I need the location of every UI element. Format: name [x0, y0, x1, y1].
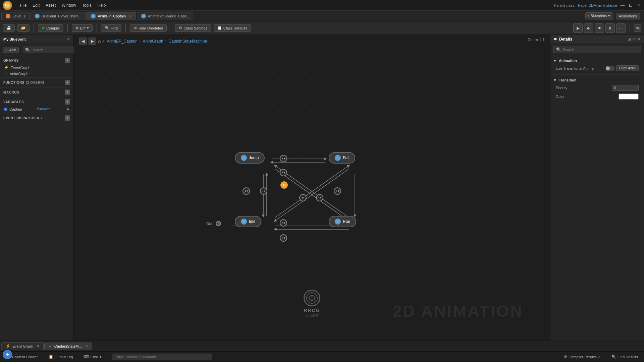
event-dispatchers-section[interactable]: EVENT DISPATCHERS +	[0, 114, 73, 122]
anim-graph-item[interactable]: ↔ AnimGraph	[0, 71, 73, 77]
menu-file[interactable]: File	[17, 2, 29, 8]
menu-tools[interactable]: Tools	[79, 2, 94, 8]
jump-node[interactable]: ↔ Jump	[235, 152, 265, 164]
use-transitional-toggle[interactable]	[605, 66, 615, 71]
open-button[interactable]: 📂	[17, 24, 30, 32]
tab-icon-animbp	[91, 14, 96, 18]
find-results-tab[interactable]: 🔍 Find Results	[608, 354, 641, 360]
color-swatch[interactable]	[619, 94, 639, 100]
graphs-section[interactable]: GRAPHS +	[0, 56, 73, 64]
macros-section[interactable]: MACROS +	[0, 88, 73, 96]
add-variable-button[interactable]: +	[65, 99, 70, 105]
captain-variable[interactable]: Captain Blueprint ▶	[0, 106, 73, 112]
menu-asset[interactable]: Asset	[43, 2, 58, 8]
left-search-input[interactable]	[32, 48, 78, 52]
hide-unrelated-button[interactable]: 👁 Hide Unrelated	[130, 24, 167, 32]
transition-node-t9[interactable]	[280, 219, 287, 227]
plus-icon: +	[6, 48, 8, 52]
add-graph-button[interactable]: +	[65, 58, 70, 63]
transition-node-t4[interactable]	[260, 187, 267, 195]
step-button[interactable]: ⏭	[584, 23, 593, 33]
close-event-graph-tab[interactable]: ✕	[37, 344, 39, 348]
add-macro-button[interactable]: +	[65, 89, 70, 95]
tab-animbp-captain[interactable]: AnimBP_Captain ✕	[87, 12, 136, 20]
toggle-thumb	[606, 66, 610, 70]
color-row: Color	[553, 92, 641, 101]
close-captain-state-tab[interactable]: ✕	[85, 344, 88, 348]
tab-captain-state-label: CaptainStateM...	[54, 344, 82, 348]
details-title: Details	[559, 37, 572, 42]
menu-window[interactable]: Window	[59, 2, 79, 8]
tab-event-graph[interactable]: ⚡ Event Graph ✕	[1, 342, 44, 350]
tab-bar: Level_1 Blueprint_PlayerChara... AnimBP_…	[0, 11, 644, 21]
close-left-panel[interactable]: ✕	[67, 37, 70, 42]
priority-input[interactable]	[612, 85, 639, 91]
idle-node[interactable]: ↔ Idle	[235, 216, 261, 227]
minimize-button[interactable]: —	[620, 3, 625, 8]
console-input[interactable]	[112, 354, 212, 360]
close-tab-animbp[interactable]: ✕	[129, 14, 132, 18]
event-graph-item[interactable]: ⚡ EventGraph	[0, 64, 73, 71]
nav-back[interactable]: ◀	[79, 38, 87, 45]
menu-edit[interactable]: Edit	[30, 2, 42, 8]
transition-node-t10[interactable]	[280, 234, 287, 242]
play-button[interactable]: ▶	[573, 23, 583, 33]
blueprints-button[interactable]: ▪ Blueprints ▾	[585, 12, 613, 19]
breadcrumb-item-2[interactable]: AnimGraph	[143, 39, 163, 44]
nav-forward[interactable]: ▶	[89, 38, 96, 45]
maximize-button[interactable]: ⧠	[628, 3, 633, 8]
save-button[interactable]: 💾	[3, 24, 15, 32]
transition-node-t1[interactable]	[280, 155, 287, 162]
tab-animation-source[interactable]: AnimationSource_Capt...	[137, 12, 193, 20]
class-defaults-icon: 📋	[217, 26, 222, 30]
canvas[interactable]: ◀ ▶ ⌂ ▾ AnimBP_Captain › AnimGraph › Cap…	[74, 35, 550, 341]
open-anim-button[interactable]: Open Anim	[616, 65, 639, 71]
close-compiler-tab[interactable]: ✕	[598, 355, 601, 359]
functions-section[interactable]: FUNCTIONS (2 OVERRI +	[0, 78, 73, 86]
compiler-results-tab[interactable]: ⚙ Compiler Results ✕	[560, 354, 604, 360]
run-node[interactable]: ↔ Run	[329, 216, 356, 227]
transition-section-header[interactable]: ▼ Transition	[553, 77, 641, 83]
breadcrumb-item-3: CaptainStateMachine	[169, 39, 207, 44]
transition-node-t8[interactable]	[334, 187, 341, 195]
tab-level1[interactable]: Level_1	[1, 12, 30, 20]
transition-node-t5[interactable]	[280, 181, 288, 189]
transition-node-t3[interactable]	[243, 187, 250, 195]
menu-help[interactable]: Help	[95, 2, 109, 8]
grid-icon[interactable]: ⊞	[628, 37, 631, 42]
add-floating-button[interactable]: +	[3, 350, 12, 359]
transition-node-t7[interactable]	[316, 194, 323, 201]
close-button[interactable]: ✕	[636, 3, 641, 8]
separator2	[67, 24, 68, 32]
diff-button[interactable]: ⇄ Diff ▾	[72, 24, 92, 32]
compile-button[interactable]: ⚙ Compile	[38, 24, 63, 32]
stop-button[interactable]: ■	[595, 23, 604, 33]
breadcrumb-item-1[interactable]: AnimBP_Captain	[107, 39, 137, 44]
find-button[interactable]: 🔍 Find	[101, 24, 121, 32]
fall-node[interactable]: ↔ Fall	[329, 152, 355, 164]
close-right-panel[interactable]: ✕	[637, 37, 641, 42]
pause-button[interactable]: ⏸	[605, 23, 615, 33]
transition-node-t6[interactable]	[299, 194, 307, 201]
transition-node-t2[interactable]	[280, 169, 287, 176]
more-button[interactable]: ⋯	[616, 23, 626, 33]
variables-section[interactable]: VARIABLES +	[0, 98, 73, 106]
add-function-button[interactable]: +	[65, 80, 70, 85]
output-log-tab[interactable]: 📋 Output Log	[45, 354, 76, 360]
cmd-tab[interactable]: ⌨ Cmd ▾	[80, 354, 105, 360]
animation-section-header[interactable]: ▼ Animation	[553, 57, 641, 64]
tab-blueprint-player[interactable]: Blueprint_PlayerChara...	[31, 12, 86, 20]
animations-button[interactable]: Animations	[616, 13, 640, 19]
transition-icon-t9	[281, 221, 285, 225]
settings-icon-right[interactable]: ⚙	[632, 37, 636, 42]
tab-captain-state-machine[interactable]: ↔ CaptainStateM... ✕	[44, 343, 92, 350]
add-button[interactable]: + Add	[3, 47, 19, 53]
class-defaults-button[interactable]: 📋 Class Defaults	[214, 24, 251, 32]
separator6	[630, 24, 630, 32]
bottom-bar: 📁 Content Drawer 📋 Output Log ⌨ Cmd ▾ ⚙ …	[0, 351, 644, 362]
search-icon-right: 🔍	[556, 47, 561, 52]
class-settings-button[interactable]: ⚙ Class Settings	[175, 24, 211, 32]
details-search-input[interactable]	[562, 48, 638, 52]
add-dispatcher-button[interactable]: +	[65, 115, 70, 121]
expand-panel-button[interactable]: ≫	[634, 24, 641, 32]
